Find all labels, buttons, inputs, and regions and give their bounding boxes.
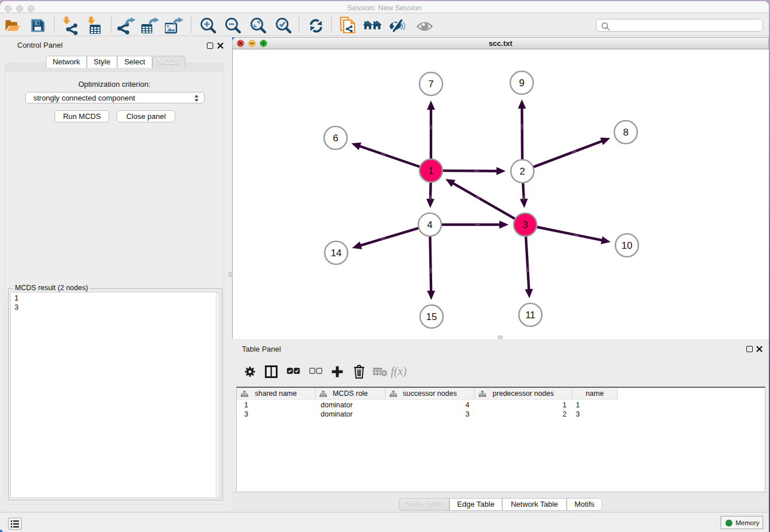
svg-text:6: 6 — [333, 133, 338, 144]
svg-text:7: 7 — [428, 79, 433, 90]
svg-text:1: 1 — [428, 165, 433, 176]
svg-text:2: 2 — [519, 166, 525, 177]
svg-text:3: 3 — [522, 219, 528, 230]
svg-text:4: 4 — [427, 219, 432, 230]
svg-text:11: 11 — [525, 310, 536, 321]
svg-text:8: 8 — [623, 127, 628, 138]
svg-text:14: 14 — [331, 248, 342, 259]
svg-text:10: 10 — [622, 240, 633, 251]
svg-text:15: 15 — [426, 311, 437, 322]
svg-text:9: 9 — [519, 78, 524, 88]
